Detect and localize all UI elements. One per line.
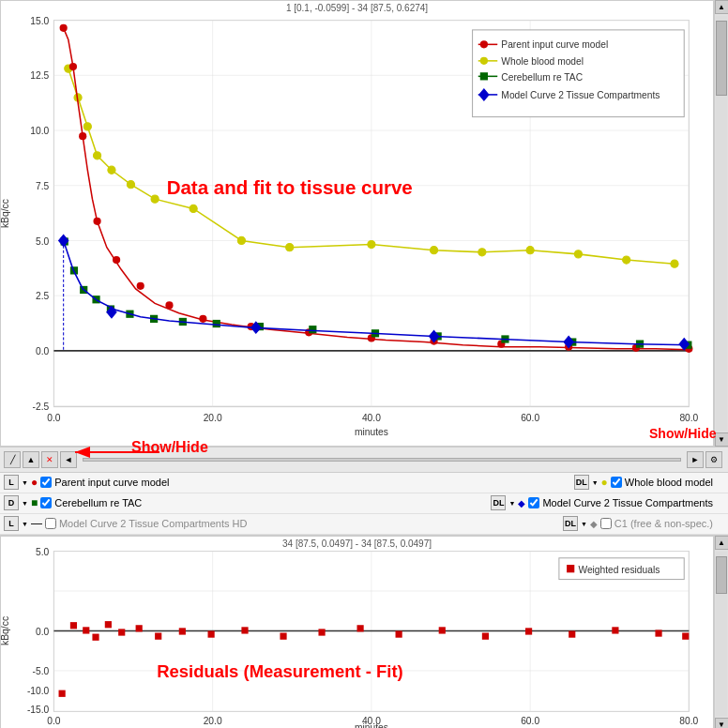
- type-DL-2[interactable]: DL: [491, 495, 506, 510]
- legend-label-whole-blood: Whole blood model: [625, 477, 713, 488]
- line-tool-button[interactable]: ╱: [4, 451, 21, 468]
- legend-rows: L ▼ ● Parent input curve model DL ▼ ● Wh…: [0, 473, 728, 536]
- svg-rect-135: [241, 627, 248, 633]
- bottom-chart-svg: 5.0 0.0 -5.0 -10.0 -15.0 0.0 20.0 40.0 6…: [1, 537, 713, 728]
- svg-rect-144: [612, 627, 618, 633]
- show-hide-label: Show/Hide: [649, 426, 717, 441]
- svg-text:20.0: 20.0: [204, 716, 222, 726]
- legend-item-3: D ▼ ■ Cerebellum re TAC: [4, 495, 142, 510]
- svg-text:Data and fit to tissue curve: Data and fit to tissue curve: [167, 176, 413, 198]
- top-chart-area: 1 [0.1, -0.0599] - 34 [87.5, 0.6274]: [0, 0, 728, 447]
- svg-rect-134: [208, 630, 215, 637]
- svg-text:0.0: 0.0: [36, 626, 50, 636]
- coord-display-bottom: 34 [87.5, 0.0497] - 34 [87.5, 0.0497]: [282, 538, 432, 549]
- svg-text:minutes: minutes: [355, 722, 388, 728]
- scroll-up-arrow[interactable]: ▲: [715, 0, 729, 14]
- svg-text:kBq/cc: kBq/cc: [1, 616, 10, 645]
- svg-rect-130: [118, 629, 125, 635]
- back-button[interactable]: ◄: [60, 451, 77, 468]
- bottom-chart-scrollbar[interactable]: ▲ ▼: [714, 536, 728, 728]
- svg-text:kBq/cc: kBq/cc: [1, 199, 10, 228]
- svg-point-48: [69, 63, 77, 70]
- type-DL-3[interactable]: DL: [563, 516, 578, 531]
- svg-rect-136: [280, 632, 286, 639]
- svg-text:7.5: 7.5: [36, 181, 50, 191]
- type-D-1[interactable]: D: [4, 495, 19, 510]
- scroll-thumb-2[interactable]: [716, 556, 727, 594]
- main-container: 1 [0.1, -0.0599] - 34 [87.5, 0.6274]: [0, 0, 728, 728]
- close-button[interactable]: ✕: [41, 451, 58, 468]
- svg-text:minutes: minutes: [355, 427, 388, 437]
- svg-rect-125: [59, 690, 66, 696]
- type-L-1[interactable]: L: [4, 475, 19, 490]
- svg-text:20.0: 20.0: [204, 413, 222, 423]
- cb-hd[interactable]: [45, 518, 56, 529]
- svg-text:80.0: 80.0: [679, 413, 698, 423]
- settings-button[interactable]: ⚙: [705, 451, 722, 468]
- legend-item-1: L ▼ ● Parent input curve model: [4, 475, 169, 490]
- svg-rect-148: [567, 565, 574, 572]
- toolbar: ╱ ▲ ✕ ◄ ► ⚙ Show/Hide: [0, 447, 728, 473]
- svg-text:Parent input curve model: Parent input curve model: [501, 39, 608, 50]
- svg-rect-133: [179, 628, 186, 634]
- top-chart: 1 [0.1, -0.0599] - 34 [87.5, 0.6274]: [0, 0, 714, 447]
- svg-rect-129: [105, 621, 112, 628]
- scroll-thumb[interactable]: [716, 21, 727, 96]
- legend-label-cerebellum: Cerebellum re TAC: [54, 497, 142, 508]
- svg-text:0.0: 0.0: [36, 346, 50, 356]
- dropdown-2[interactable]: ▼: [592, 479, 599, 486]
- svg-rect-141: [482, 632, 489, 639]
- svg-text:Model Curve 2 Tissue Compartme: Model Curve 2 Tissue Compartments: [501, 90, 660, 100]
- dropdown-6[interactable]: ▼: [581, 521, 587, 527]
- legend-item-5: L ▼ — Model Curve 2 Tissue Compartments …: [4, 516, 247, 531]
- svg-text:10.0: 10.0: [30, 126, 49, 136]
- up-button[interactable]: ▲: [23, 451, 39, 468]
- svg-rect-146: [682, 632, 689, 639]
- svg-text:-5.0: -5.0: [33, 666, 50, 676]
- svg-point-50: [93, 218, 100, 225]
- legend-row-1: L ▼ ● Parent input curve model DL ▼ ● Wh…: [0, 473, 728, 493]
- cb-cerebellum[interactable]: [40, 497, 52, 508]
- marker-blue-1: ◆: [518, 498, 525, 508]
- type-L-2[interactable]: L: [4, 516, 19, 531]
- svg-rect-145: [655, 629, 661, 636]
- scroll-track-2: [716, 552, 727, 716]
- svg-text:15.0: 15.0: [30, 16, 49, 26]
- svg-text:0.0: 0.0: [47, 716, 61, 726]
- svg-text:0.0: 0.0: [47, 413, 61, 423]
- svg-rect-131: [136, 625, 143, 631]
- type-DL-1[interactable]: DL: [574, 475, 589, 490]
- cb-parent[interactable]: [40, 477, 52, 488]
- svg-text:-2.5: -2.5: [33, 402, 50, 412]
- svg-text:60.0: 60.0: [521, 716, 539, 726]
- forward-button[interactable]: ►: [687, 451, 704, 468]
- svg-text:-15.0: -15.0: [27, 705, 50, 715]
- svg-text:Weighted residuals: Weighted residuals: [578, 565, 660, 575]
- svg-point-49: [79, 132, 86, 140]
- svg-point-54: [199, 315, 206, 323]
- svg-rect-132: [155, 632, 161, 639]
- svg-text:5.0: 5.0: [36, 236, 50, 247]
- scroll-up-2[interactable]: ▲: [715, 536, 729, 550]
- dropdown-1[interactable]: ▼: [22, 479, 28, 486]
- svg-rect-137: [318, 629, 325, 635]
- svg-point-52: [137, 282, 144, 290]
- cb-model-curve[interactable]: [528, 497, 539, 508]
- marker-yellow-1: ●: [601, 476, 608, 489]
- cb-c1[interactable]: [600, 518, 612, 529]
- svg-text:5.0: 5.0: [36, 546, 50, 556]
- dropdown-4[interactable]: ▼: [508, 500, 515, 507]
- dropdown-3[interactable]: ▼: [22, 500, 28, 507]
- top-chart-scrollbar[interactable]: ▲ ▼: [714, 0, 728, 447]
- line-dash-1: —: [31, 517, 42, 530]
- svg-text:60.0: 60.0: [521, 413, 539, 423]
- marker-red-1: ●: [31, 476, 38, 489]
- legend-row-3: L ▼ — Model Curve 2 Tissue Compartments …: [0, 514, 728, 535]
- cb-whole-blood[interactable]: [611, 477, 622, 488]
- svg-rect-127: [83, 627, 89, 633]
- scroll-down-2[interactable]: ▼: [715, 718, 729, 728]
- svg-rect-142: [525, 628, 532, 634]
- dropdown-5[interactable]: ▼: [22, 521, 28, 527]
- top-chart-svg: 15.0 12.5 10.0 7.5 5.0 2.5 0.0 -2.5 0.0 …: [1, 1, 713, 446]
- coord-display-top: 1 [0.1, -0.0599] - 34 [87.5, 0.6274]: [286, 3, 428, 13]
